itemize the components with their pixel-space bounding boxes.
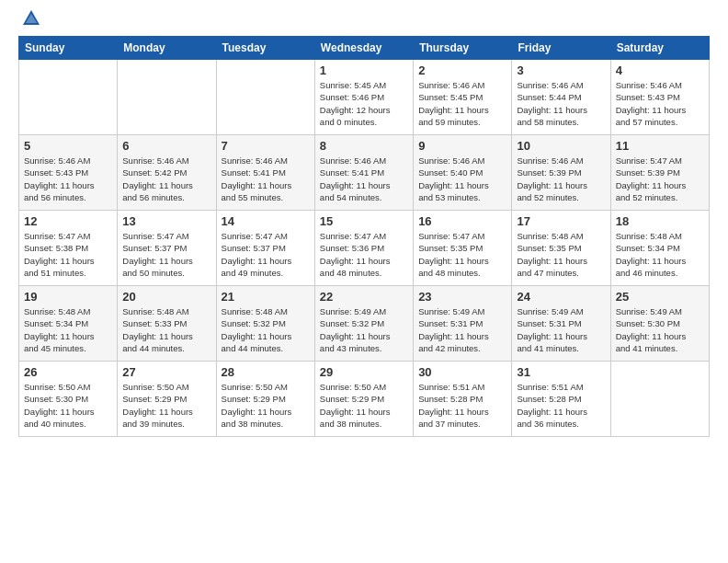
calendar-cell: 24Sunrise: 5:49 AM Sunset: 5:31 PM Dayli… bbox=[512, 286, 610, 362]
day-info: Sunrise: 5:49 AM Sunset: 5:31 PM Dayligh… bbox=[517, 305, 605, 354]
day-number: 1 bbox=[320, 63, 408, 77]
day-number: 18 bbox=[616, 214, 704, 228]
day-number: 6 bbox=[122, 139, 210, 153]
day-number: 20 bbox=[122, 290, 210, 304]
day-number: 28 bbox=[222, 365, 310, 379]
calendar-cell: 1Sunrise: 5:45 AM Sunset: 5:46 PM Daylig… bbox=[314, 60, 413, 135]
day-number: 13 bbox=[122, 214, 210, 228]
weekday-header-tuesday: Tuesday bbox=[216, 37, 314, 60]
day-info: Sunrise: 5:47 AM Sunset: 5:38 PM Dayligh… bbox=[24, 230, 112, 279]
calendar-cell bbox=[19, 60, 118, 135]
calendar-table: SundayMondayTuesdayWednesdayThursdayFrid… bbox=[18, 36, 710, 437]
calendar-cell: 19Sunrise: 5:48 AM Sunset: 5:34 PM Dayli… bbox=[19, 286, 118, 362]
calendar-cell: 8Sunrise: 5:46 AM Sunset: 5:41 PM Daylig… bbox=[314, 135, 413, 211]
calendar-cell: 14Sunrise: 5:47 AM Sunset: 5:37 PM Dayli… bbox=[216, 211, 314, 286]
weekday-header-monday: Monday bbox=[118, 37, 216, 60]
calendar-cell: 3Sunrise: 5:46 AM Sunset: 5:44 PM Daylig… bbox=[512, 60, 610, 135]
week-row-3: 12Sunrise: 5:47 AM Sunset: 5:38 PM Dayli… bbox=[19, 211, 710, 286]
day-info: Sunrise: 5:46 AM Sunset: 5:43 PM Dayligh… bbox=[24, 155, 112, 203]
day-number: 15 bbox=[320, 214, 408, 228]
day-info: Sunrise: 5:49 AM Sunset: 5:31 PM Dayligh… bbox=[418, 305, 506, 354]
day-info: Sunrise: 5:48 AM Sunset: 5:33 PM Dayligh… bbox=[122, 305, 210, 354]
day-info: Sunrise: 5:49 AM Sunset: 5:32 PM Dayligh… bbox=[320, 305, 408, 354]
day-number: 11 bbox=[616, 139, 704, 153]
day-number: 26 bbox=[24, 365, 112, 379]
day-info: Sunrise: 5:47 AM Sunset: 5:36 PM Dayligh… bbox=[320, 230, 408, 279]
calendar-cell: 20Sunrise: 5:48 AM Sunset: 5:33 PM Dayli… bbox=[118, 286, 216, 362]
day-number: 31 bbox=[517, 365, 605, 379]
calendar-cell: 25Sunrise: 5:49 AM Sunset: 5:30 PM Dayli… bbox=[610, 286, 709, 362]
day-info: Sunrise: 5:48 AM Sunset: 5:32 PM Dayligh… bbox=[222, 305, 310, 354]
day-number: 19 bbox=[24, 290, 112, 304]
calendar-cell: 27Sunrise: 5:50 AM Sunset: 5:29 PM Dayli… bbox=[118, 362, 216, 437]
day-number: 22 bbox=[320, 290, 408, 304]
calendar-cell bbox=[610, 362, 709, 437]
day-info: Sunrise: 5:47 AM Sunset: 5:39 PM Dayligh… bbox=[616, 155, 704, 203]
day-number: 8 bbox=[320, 139, 408, 153]
day-number: 4 bbox=[616, 63, 704, 77]
day-info: Sunrise: 5:46 AM Sunset: 5:40 PM Dayligh… bbox=[418, 155, 506, 203]
week-row-1: 1Sunrise: 5:45 AM Sunset: 5:46 PM Daylig… bbox=[19, 60, 710, 135]
day-info: Sunrise: 5:50 AM Sunset: 5:29 PM Dayligh… bbox=[320, 381, 408, 430]
calendar-cell: 26Sunrise: 5:50 AM Sunset: 5:30 PM Dayli… bbox=[19, 362, 118, 437]
day-number: 25 bbox=[616, 290, 704, 304]
day-number: 24 bbox=[517, 290, 605, 304]
day-number: 21 bbox=[222, 290, 310, 304]
day-info: Sunrise: 5:46 AM Sunset: 5:44 PM Dayligh… bbox=[517, 79, 605, 128]
day-number: 10 bbox=[517, 139, 605, 153]
calendar-cell: 30Sunrise: 5:51 AM Sunset: 5:28 PM Dayli… bbox=[414, 362, 512, 437]
day-number: 17 bbox=[517, 214, 605, 228]
day-number: 9 bbox=[418, 139, 506, 153]
calendar-cell: 10Sunrise: 5:46 AM Sunset: 5:39 PM Dayli… bbox=[512, 135, 610, 211]
weekday-header-thursday: Thursday bbox=[414, 37, 512, 60]
day-info: Sunrise: 5:47 AM Sunset: 5:37 PM Dayligh… bbox=[122, 230, 210, 279]
week-row-5: 26Sunrise: 5:50 AM Sunset: 5:30 PM Dayli… bbox=[19, 362, 710, 437]
weekday-header-row: SundayMondayTuesdayWednesdayThursdayFrid… bbox=[19, 37, 710, 60]
day-info: Sunrise: 5:46 AM Sunset: 5:45 PM Dayligh… bbox=[418, 79, 506, 128]
day-info: Sunrise: 5:47 AM Sunset: 5:37 PM Dayligh… bbox=[222, 230, 310, 279]
calendar-cell: 23Sunrise: 5:49 AM Sunset: 5:31 PM Dayli… bbox=[414, 286, 512, 362]
calendar-cell bbox=[216, 60, 314, 135]
day-info: Sunrise: 5:48 AM Sunset: 5:34 PM Dayligh… bbox=[616, 230, 704, 279]
day-info: Sunrise: 5:48 AM Sunset: 5:34 PM Dayligh… bbox=[24, 305, 112, 354]
day-number: 14 bbox=[222, 214, 310, 228]
day-info: Sunrise: 5:47 AM Sunset: 5:35 PM Dayligh… bbox=[418, 230, 506, 279]
calendar-cell: 22Sunrise: 5:49 AM Sunset: 5:32 PM Dayli… bbox=[314, 286, 413, 362]
calendar-cell bbox=[118, 60, 216, 135]
calendar-cell: 11Sunrise: 5:47 AM Sunset: 5:39 PM Dayli… bbox=[610, 135, 709, 211]
calendar-cell: 17Sunrise: 5:48 AM Sunset: 5:35 PM Dayli… bbox=[512, 211, 610, 286]
calendar-cell: 6Sunrise: 5:46 AM Sunset: 5:42 PM Daylig… bbox=[118, 135, 216, 211]
day-info: Sunrise: 5:50 AM Sunset: 5:30 PM Dayligh… bbox=[24, 381, 112, 430]
calendar-cell: 15Sunrise: 5:47 AM Sunset: 5:36 PM Dayli… bbox=[314, 211, 413, 286]
day-number: 5 bbox=[24, 139, 112, 153]
logo bbox=[18, 14, 41, 29]
day-number: 23 bbox=[418, 290, 506, 304]
calendar-cell: 29Sunrise: 5:50 AM Sunset: 5:29 PM Dayli… bbox=[314, 362, 413, 437]
day-number: 2 bbox=[418, 63, 506, 77]
calendar-cell: 21Sunrise: 5:48 AM Sunset: 5:32 PM Dayli… bbox=[216, 286, 314, 362]
day-number: 29 bbox=[320, 365, 408, 379]
calendar-cell: 28Sunrise: 5:50 AM Sunset: 5:29 PM Dayli… bbox=[216, 362, 314, 437]
weekday-header-friday: Friday bbox=[512, 37, 610, 60]
day-number: 30 bbox=[418, 365, 506, 379]
day-info: Sunrise: 5:51 AM Sunset: 5:28 PM Dayligh… bbox=[517, 381, 605, 430]
day-info: Sunrise: 5:45 AM Sunset: 5:46 PM Dayligh… bbox=[320, 79, 408, 128]
logo-icon bbox=[21, 8, 41, 29]
week-row-4: 19Sunrise: 5:48 AM Sunset: 5:34 PM Dayli… bbox=[19, 286, 710, 362]
day-info: Sunrise: 5:48 AM Sunset: 5:35 PM Dayligh… bbox=[517, 230, 605, 279]
calendar-cell: 4Sunrise: 5:46 AM Sunset: 5:43 PM Daylig… bbox=[610, 60, 709, 135]
day-number: 16 bbox=[418, 214, 506, 228]
day-info: Sunrise: 5:46 AM Sunset: 5:41 PM Dayligh… bbox=[222, 155, 310, 203]
day-info: Sunrise: 5:46 AM Sunset: 5:39 PM Dayligh… bbox=[517, 155, 605, 203]
weekday-header-sunday: Sunday bbox=[19, 37, 118, 60]
day-number: 3 bbox=[517, 63, 605, 77]
day-info: Sunrise: 5:50 AM Sunset: 5:29 PM Dayligh… bbox=[222, 381, 310, 430]
page: SundayMondayTuesdayWednesdayThursdayFrid… bbox=[0, 0, 728, 563]
day-info: Sunrise: 5:46 AM Sunset: 5:42 PM Dayligh… bbox=[122, 155, 210, 203]
calendar-cell: 5Sunrise: 5:46 AM Sunset: 5:43 PM Daylig… bbox=[19, 135, 118, 211]
calendar-cell: 13Sunrise: 5:47 AM Sunset: 5:37 PM Dayli… bbox=[118, 211, 216, 286]
day-number: 7 bbox=[222, 139, 310, 153]
calendar-cell: 16Sunrise: 5:47 AM Sunset: 5:35 PM Dayli… bbox=[414, 211, 512, 286]
calendar-cell: 12Sunrise: 5:47 AM Sunset: 5:38 PM Dayli… bbox=[19, 211, 118, 286]
weekday-header-saturday: Saturday bbox=[610, 37, 709, 60]
